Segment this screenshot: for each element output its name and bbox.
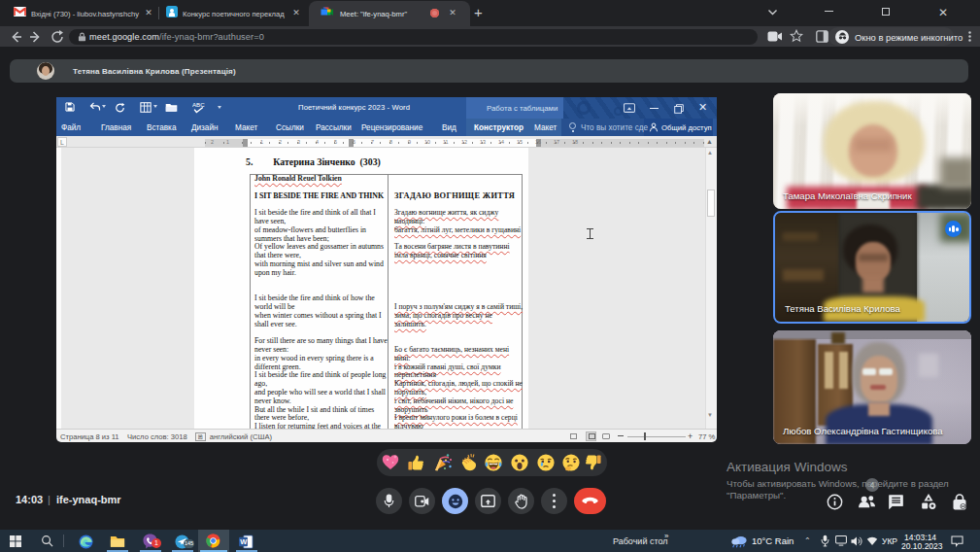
svg-text:W: W xyxy=(240,537,248,546)
svg-text:ABC: ABC xyxy=(192,101,205,108)
